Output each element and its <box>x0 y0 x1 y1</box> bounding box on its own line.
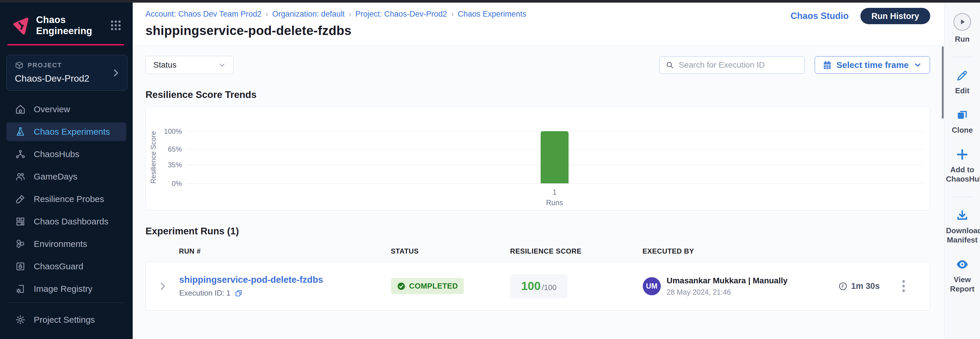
sidebar-item-label: Overview <box>34 104 70 114</box>
chart-y-tick: 35% <box>168 161 182 169</box>
sidebar-item-label: ChaosGuard <box>34 261 83 271</box>
sidebar-item-environments[interactable]: Environments <box>6 235 126 253</box>
sidebar-item-chaosguard[interactable]: ChaosGuard <box>6 257 126 276</box>
chart-x-axis-title: Runs <box>546 198 563 207</box>
row-expander-chevron-icon[interactable] <box>146 281 179 291</box>
breadcrumb: Account: Chaos Dev Team Prod2 › Organiza… <box>145 10 527 19</box>
sidebar-item-overview[interactable]: Overview <box>6 100 126 118</box>
cube-icon <box>15 61 24 70</box>
run-history-button[interactable]: Run History <box>861 8 930 24</box>
copy-icon[interactable] <box>234 289 243 297</box>
chaos-engineering-logo-icon <box>12 16 30 34</box>
module-grid-icon[interactable] <box>110 19 122 32</box>
sidebar-logo-row: Chaos Engineering <box>0 3 133 37</box>
view-report-button[interactable]: View Report <box>946 257 978 294</box>
time-frame-button[interactable]: Select time frame <box>815 56 930 74</box>
runs-table-header: RUN # STATUS RESILIENCE SCORE EXECUTED B… <box>145 247 930 255</box>
resilience-score-box: 100 /100 <box>511 274 567 298</box>
calendar-icon <box>822 60 832 70</box>
play-icon <box>958 18 967 26</box>
run-button[interactable]: Run <box>946 13 978 44</box>
chart-gridline: 0% <box>186 183 923 184</box>
hexagons-icon <box>15 239 25 249</box>
edit-button[interactable]: Edit <box>946 69 978 96</box>
breadcrumb-separator: › <box>349 10 352 19</box>
download-manifest-button[interactable]: Download Manifest <box>946 209 978 245</box>
registry-icon <box>15 284 25 294</box>
download-icon <box>956 209 969 222</box>
experiment-actions-toolbar: Run Edit Clone <box>944 3 980 339</box>
project-selector[interactable]: PROJECT Chaos-Dev-Prod2 <box>6 55 127 91</box>
sidebar-divider <box>7 302 124 303</box>
executed-at-timestamp: 28 May 2024, 21:46 <box>667 288 788 296</box>
download-manifest-label: Download Manifest <box>946 226 978 245</box>
execution-search <box>659 56 805 74</box>
chaos-studio-link[interactable]: Chaos Studio <box>791 11 849 21</box>
breadcrumb-separator: › <box>266 10 268 19</box>
breadcrumb-account-link[interactable]: Account: Chaos Dev Team Prod2 <box>145 10 262 19</box>
execution-id-label: Execution ID: 1 <box>179 289 231 297</box>
chart-bar-run-1 <box>541 131 569 183</box>
row-kebab-menu-icon[interactable] <box>899 277 908 295</box>
breadcrumb-experiments-link[interactable]: Chaos Experiments <box>458 10 527 19</box>
time-frame-label: Select time frame <box>837 60 909 70</box>
breadcrumb-project-link[interactable]: Project: Chaos-Dev-Prod2 <box>355 10 447 19</box>
project-label: PROJECT <box>28 61 62 69</box>
brand-accent-divider <box>7 44 124 45</box>
people-icon <box>15 171 25 182</box>
sidebar-item-label: GameDays <box>34 172 77 182</box>
hub-icon <box>15 149 25 160</box>
clock-icon <box>838 281 848 291</box>
pencil-icon <box>956 69 969 82</box>
sidebar-item-label: Project Settings <box>34 315 95 325</box>
search-icon <box>665 61 674 69</box>
resilience-score-trend-chart: Resilience Score 100% 65% 35% 0% 1 <box>145 107 930 211</box>
breadcrumb-separator: › <box>451 10 453 19</box>
dashboard-icon <box>15 216 25 227</box>
sidebar-item-image-registry[interactable]: Image Registry <box>6 280 126 298</box>
flask-icon <box>15 126 25 137</box>
vertical-scrollbar-thumb[interactable] <box>942 46 943 118</box>
sidebar-item-chaoshubs[interactable]: ChaosHubs <box>6 145 126 163</box>
chart-y-tick: 100% <box>164 127 182 136</box>
eye-icon <box>956 257 969 271</box>
window-top-strip <box>0 0 980 3</box>
executed-by-name: Umasankar Mukkara | Manually <box>667 276 788 285</box>
chart-y-axis-title: Resilience Score <box>149 131 158 183</box>
status-badge-label: COMPLETED <box>409 281 458 291</box>
sidebar-item-label: Resilience Probes <box>34 194 104 204</box>
run-table-row[interactable]: shippingservice-pod-delete-fzdbs Executi… <box>145 262 930 310</box>
check-circle-icon <box>397 282 406 291</box>
sidebar-item-label: Image Registry <box>34 284 92 294</box>
breadcrumb-org-link[interactable]: Organization: default <box>272 10 345 19</box>
project-name: Chaos-Dev-Prod2 <box>15 73 120 84</box>
chart-plot-area: Resilience Score 100% 65% 35% 0% 1 <box>186 131 923 183</box>
lock-icon <box>15 261 25 272</box>
run-button-label: Run <box>946 34 978 44</box>
status-filter-dropdown[interactable]: Status <box>145 56 233 74</box>
run-name-link[interactable]: shippingservice-pod-delete-fzdbs <box>179 275 391 285</box>
gear-icon <box>15 315 25 325</box>
search-input[interactable] <box>679 60 799 70</box>
resilience-score-value: 100 <box>521 280 541 293</box>
probe-icon <box>15 194 25 204</box>
add-to-chaoshub-label: Add to ChaosHub <box>946 165 978 184</box>
app-title: Chaos Engineering <box>36 14 110 37</box>
add-to-chaoshub-button[interactable]: Add to ChaosHub <box>946 148 978 184</box>
sidebar-item-chaos-dashboards[interactable]: Chaos Dashboards <box>6 212 126 231</box>
sidebar-item-resilience-probes[interactable]: Resilience Probes <box>6 190 126 208</box>
page-title: shippingservice-pod-delete-fzdbs <box>145 23 527 38</box>
sidebar: Chaos Engineering PROJECT <box>0 3 133 339</box>
avatar: UM <box>643 277 661 295</box>
chart-y-tick: 65% <box>168 145 182 154</box>
chevron-right-icon <box>111 68 121 78</box>
sidebar-item-project-settings[interactable]: Project Settings <box>6 310 126 329</box>
view-report-label: View Report <box>946 275 978 294</box>
clone-button-label: Clone <box>946 125 978 135</box>
clone-button[interactable]: Clone <box>946 108 978 135</box>
trends-section-title: Resilience Score Trends <box>145 89 930 100</box>
sidebar-item-chaos-experiments[interactable]: Chaos Experiments <box>6 122 126 141</box>
sidebar-item-gamedays[interactable]: GameDays <box>6 167 126 186</box>
run-duration: 1m 30s <box>851 281 880 291</box>
plus-icon <box>956 148 969 161</box>
